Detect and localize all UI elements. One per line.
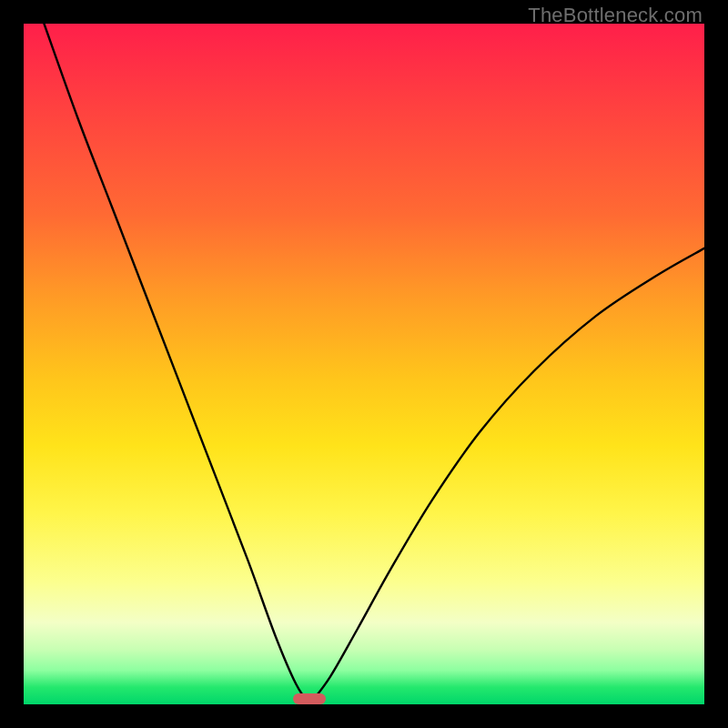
chart-frame: TheBottleneck.com [0,0,728,728]
bottleneck-curve [24,24,704,704]
curve-left-branch [44,24,309,704]
plot-area [24,24,704,704]
optimal-marker [293,693,326,704]
watermark-text: TheBottleneck.com [528,4,703,27]
curve-right-branch [309,248,704,704]
